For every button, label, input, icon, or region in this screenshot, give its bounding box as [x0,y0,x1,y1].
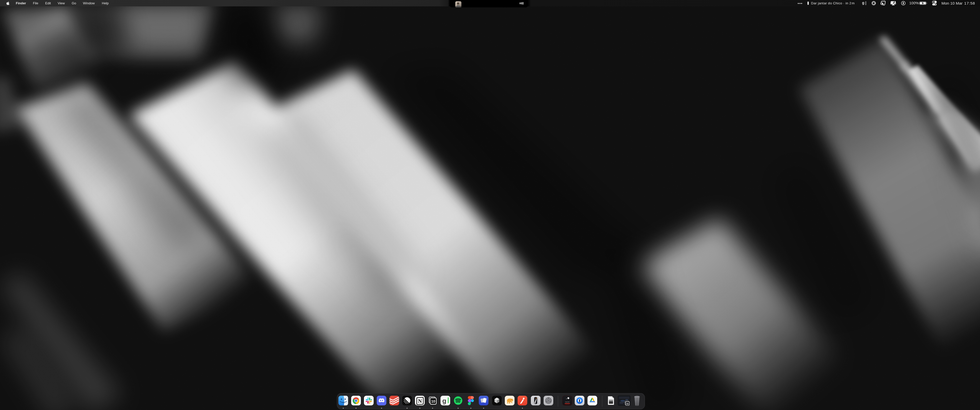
svg-text:N: N [418,398,422,404]
svg-text:11: 11 [626,402,628,405]
svg-text:g: g [442,397,446,405]
svg-text:raycast: raycast [565,401,570,403]
svg-text:10: 10 [431,399,435,404]
